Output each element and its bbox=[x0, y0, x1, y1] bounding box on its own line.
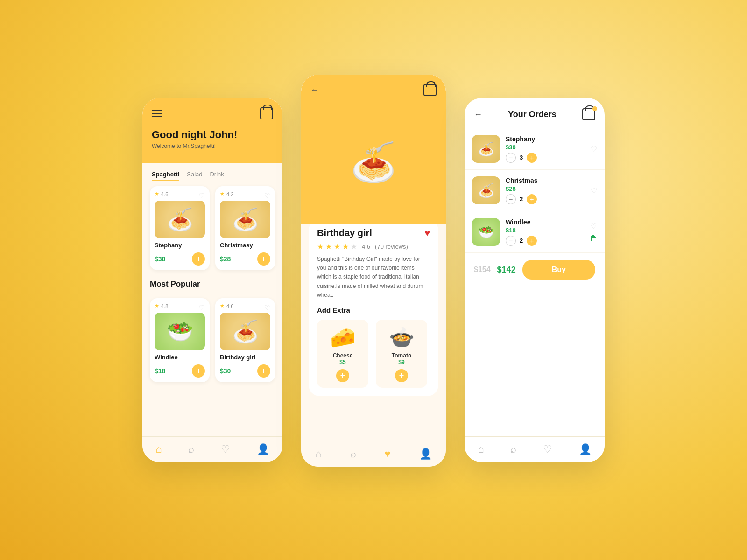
heart-nav-icon[interactable]: ♥ bbox=[385, 448, 391, 460]
food-image: 🍝 bbox=[155, 201, 205, 238]
heart-icon[interactable]: ♡ bbox=[264, 304, 270, 311]
extra-name: Tomato bbox=[392, 352, 411, 359]
food-card-christmasy[interactable]: ★ 4.2 ♡ 🍝 Christmasy $28 + bbox=[215, 186, 275, 270]
order-item-windlee: 🥗 Windlee $18 − 2 + ♡ 🗑 bbox=[465, 211, 605, 253]
food-image: 🍝 bbox=[220, 201, 270, 238]
profile-nav-icon[interactable]: 👤 bbox=[579, 443, 592, 455]
add-to-cart-button[interactable]: + bbox=[257, 364, 270, 378]
decrease-qty-button[interactable]: − bbox=[506, 194, 516, 204]
final-price: $142 bbox=[497, 265, 516, 275]
heart-icon[interactable]: ♡ bbox=[264, 192, 270, 199]
food-name: Stephany bbox=[155, 242, 205, 249]
star-icon: ★ bbox=[155, 303, 159, 309]
decrease-qty-button[interactable]: − bbox=[506, 153, 516, 163]
add-to-cart-button[interactable]: + bbox=[257, 252, 270, 266]
increase-qty-button[interactable]: + bbox=[527, 236, 537, 246]
home-nav-icon[interactable]: ⌂ bbox=[478, 443, 484, 455]
search-nav-icon[interactable]: ⌕ bbox=[350, 448, 356, 460]
rating-value: 4.6 bbox=[362, 243, 370, 250]
favorite-icon[interactable]: ♥ bbox=[424, 228, 430, 238]
star-4-icon: ★ bbox=[342, 242, 349, 251]
extra-price: $5 bbox=[339, 359, 345, 365]
add-extra-button[interactable]: + bbox=[395, 369, 408, 382]
home-nav-icon[interactable]: ⌂ bbox=[155, 443, 162, 455]
food-price: $28 bbox=[220, 255, 231, 263]
order-name: Stephany bbox=[506, 135, 585, 143]
extra-price: $9 bbox=[398, 359, 404, 365]
bottom-navigation: ⌂ ⌕ ♡ 👤 bbox=[142, 436, 282, 462]
heart-icon[interactable]: ♡ bbox=[590, 222, 597, 231]
category-tabs: Spaghetti Salad Drink bbox=[142, 163, 282, 181]
food-price: $18 bbox=[155, 367, 165, 375]
star-1-icon: ★ bbox=[317, 242, 324, 251]
heart-icon[interactable]: ♡ bbox=[199, 192, 205, 199]
food-hero-image: 🍝 bbox=[310, 101, 437, 224]
quantity-value: 2 bbox=[520, 237, 523, 244]
heart-icon[interactable]: ♡ bbox=[591, 186, 597, 195]
back-button[interactable]: ← bbox=[474, 110, 482, 119]
increase-qty-button[interactable]: + bbox=[527, 153, 537, 163]
item-header: Birthday girl ♥ bbox=[317, 228, 430, 238]
star-3-icon: ★ bbox=[334, 242, 340, 251]
increase-qty-button[interactable]: + bbox=[527, 194, 537, 204]
add-extra-label: Add Extra bbox=[317, 306, 430, 314]
rating-row: ★ ★ ★ ★ ★ 4.6 (70 reviews) bbox=[317, 242, 430, 251]
search-nav-icon[interactable]: ⌕ bbox=[188, 443, 194, 455]
cart-icon[interactable] bbox=[423, 84, 437, 96]
order-footer: $154 $142 Buy bbox=[465, 253, 605, 286]
tab-spaghetti[interactable]: Spaghetti bbox=[152, 171, 179, 181]
order-food-image: 🍝 bbox=[472, 176, 500, 204]
popular-items-row: ★ 4.8 ♡ 🥗 Windlee $18 + ★ 4.6 ♡ bbox=[142, 293, 282, 388]
back-button[interactable]: ← bbox=[310, 85, 319, 95]
heart-icon[interactable]: ♡ bbox=[591, 145, 597, 154]
star-icon: ★ bbox=[220, 191, 225, 197]
extra-name: Cheese bbox=[333, 352, 353, 359]
extra-cheese[interactable]: 🧀 Cheese $5 + bbox=[317, 320, 368, 388]
original-price: $154 bbox=[474, 266, 491, 274]
heart-icon[interactable]: ♡ bbox=[199, 304, 205, 311]
cart-icon[interactable] bbox=[260, 107, 273, 119]
rating-value: 4.8 bbox=[161, 303, 168, 309]
add-to-cart-button[interactable]: + bbox=[192, 252, 205, 266]
food-card-windlee[interactable]: ★ 4.8 ♡ 🥗 Windlee $18 + bbox=[150, 298, 210, 382]
quantity-control: − 3 + bbox=[506, 153, 585, 163]
add-to-cart-button[interactable]: + bbox=[192, 364, 205, 378]
order-item-stephany: 🍝 Stephany $30 − 3 + ♡ bbox=[465, 128, 605, 170]
star-2-icon: ★ bbox=[325, 242, 332, 251]
heart-nav-icon[interactable]: ♡ bbox=[221, 443, 230, 455]
tab-drink[interactable]: Drink bbox=[210, 171, 224, 181]
hamburger-menu[interactable] bbox=[152, 110, 162, 117]
phone-orders-screen: ← Your Orders 🍝 Stephany $30 − 3 + ♡ 🍝 C… bbox=[465, 98, 605, 462]
quantity-value: 3 bbox=[520, 154, 523, 161]
order-price: $30 bbox=[506, 144, 585, 151]
food-card-stephany[interactable]: ★ 4.6 ♡ 🍝 Stephany $30 + bbox=[150, 186, 210, 270]
quantity-control: − 2 + bbox=[506, 194, 585, 204]
order-name: Windlee bbox=[506, 218, 584, 226]
tab-salad[interactable]: Salad bbox=[187, 171, 202, 181]
decrease-qty-button[interactable]: − bbox=[506, 236, 516, 246]
rating-value: 4.2 bbox=[226, 191, 233, 197]
bottom-navigation: ⌂ ⌕ ♥ 👤 bbox=[301, 441, 446, 467]
food-price: $30 bbox=[155, 255, 165, 263]
search-nav-icon[interactable]: ⌕ bbox=[510, 443, 516, 455]
heart-nav-icon[interactable]: ♡ bbox=[543, 443, 552, 455]
order-actions: ♡ bbox=[591, 186, 597, 195]
food-image: 🥗 bbox=[155, 313, 205, 350]
profile-nav-icon[interactable]: 👤 bbox=[419, 448, 432, 460]
most-popular-title: Most Popular bbox=[142, 276, 282, 293]
cart-badge[interactable] bbox=[582, 108, 595, 120]
extra-tomato[interactable]: 🍲 Tomato $9 + bbox=[376, 320, 427, 388]
buy-button[interactable]: Buy bbox=[522, 260, 595, 280]
item-description: Spaghetti "Birthday Girl" made by love f… bbox=[317, 255, 430, 300]
food-card-birthday-girl[interactable]: ★ 4.6 ♡ 🍝 Birthday girl $30 + bbox=[215, 298, 275, 382]
order-food-image: 🍝 bbox=[472, 135, 500, 163]
quantity-control: − 2 + bbox=[506, 236, 584, 246]
order-price: $18 bbox=[506, 227, 584, 234]
quantity-value: 2 bbox=[520, 196, 523, 203]
profile-nav-icon[interactable]: 👤 bbox=[257, 443, 269, 455]
order-food-image: 🥗 bbox=[472, 218, 500, 246]
home-nav-icon[interactable]: ⌂ bbox=[315, 448, 321, 460]
tomato-icon: 🍲 bbox=[389, 325, 415, 350]
add-extra-button[interactable]: + bbox=[336, 369, 349, 382]
delete-icon[interactable]: 🗑 bbox=[590, 234, 597, 243]
